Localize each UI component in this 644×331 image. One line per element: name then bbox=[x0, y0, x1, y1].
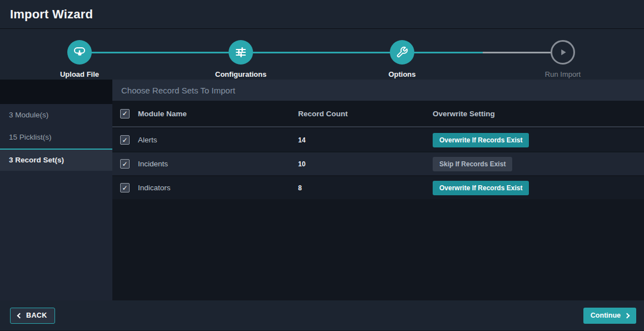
checkmark-icon: ✓ bbox=[122, 110, 127, 117]
wizard-stepper: Upload File Configurations bbox=[0, 29, 644, 80]
module-name: Indicators bbox=[138, 184, 298, 192]
step-upload-file-label: Upload File bbox=[24, 70, 135, 78]
step-options: Options bbox=[346, 29, 458, 78]
back-button[interactable]: BACK bbox=[10, 308, 55, 324]
step-configurations: Configurations bbox=[185, 29, 296, 78]
step-options-label: Options bbox=[346, 70, 458, 78]
table-row: ✓ Indicators 8 Overwrite If Records Exis… bbox=[112, 176, 644, 199]
step-configurations-circle[interactable] bbox=[229, 40, 253, 65]
step-upload-file: Upload File bbox=[24, 29, 135, 78]
section-header: Choose Record Sets To Import bbox=[112, 80, 644, 101]
chevron-right-icon bbox=[625, 313, 630, 318]
footer-bar: BACK Continue bbox=[0, 300, 644, 330]
step-run-import: Run Import bbox=[507, 29, 618, 78]
title-bar: Import Wizard bbox=[0, 0, 644, 29]
row-checkbox-cell: ✓ bbox=[112, 183, 138, 192]
sidebar-item-modules[interactable]: 3 Module(s) bbox=[0, 104, 112, 126]
page-title: Import Wizard bbox=[10, 7, 93, 22]
record-count: 14 bbox=[298, 136, 433, 144]
sidebar-item-picklists[interactable]: 15 Picklist(s) bbox=[0, 126, 112, 149]
overwrite-setting-button-indicators[interactable]: Overwrite If Records Exist bbox=[433, 181, 529, 195]
checkmark-icon: ✓ bbox=[122, 136, 127, 144]
sidebar-spacer bbox=[0, 80, 112, 104]
play-icon bbox=[557, 46, 569, 58]
column-header-record-count: Record Count bbox=[298, 110, 433, 118]
sidebar-nav: 3 Module(s) 15 Picklist(s) 3 Record Set(… bbox=[0, 104, 112, 300]
back-button-label: BACK bbox=[26, 312, 47, 319]
checkmark-icon: ✓ bbox=[122, 184, 127, 192]
row-checkbox-cell: ✓ bbox=[112, 135, 138, 145]
step-options-circle[interactable] bbox=[390, 40, 414, 65]
step-run-import-label: Run Import bbox=[507, 70, 618, 78]
step-upload-file-circle[interactable] bbox=[67, 40, 92, 65]
row-checkbox-indicators[interactable]: ✓ bbox=[120, 183, 130, 192]
module-name: Alerts bbox=[138, 136, 298, 144]
table-row: ✓ Incidents 10 Skip If Records Exist bbox=[112, 152, 644, 175]
record-sets-panel: Choose Record Sets To Import ✓ Module Na… bbox=[112, 80, 644, 300]
sliders-icon bbox=[234, 46, 247, 59]
chevron-left-icon bbox=[17, 313, 23, 318]
step-run-import-circle bbox=[551, 40, 575, 65]
column-header-module-name: Module Name bbox=[138, 110, 298, 118]
table-header-row: ✓ Module Name Record Count Overwrite Set… bbox=[112, 101, 644, 127]
table-row: ✓ Alerts 14 Overwrite If Records Exist bbox=[112, 129, 644, 151]
import-wizard-window: Import Wizard Upload File bbox=[0, 0, 644, 331]
continue-button[interactable]: Continue bbox=[583, 308, 636, 324]
overwrite-cell: Overwrite If Records Exist bbox=[433, 133, 644, 147]
record-count: 8 bbox=[298, 184, 433, 192]
checkmark-icon: ✓ bbox=[122, 160, 127, 168]
upload-click-icon bbox=[73, 46, 86, 59]
column-header-overwrite-setting: Overwrite Setting bbox=[433, 110, 644, 118]
wrench-icon bbox=[396, 46, 408, 58]
row-checkbox-incidents[interactable]: ✓ bbox=[120, 159, 130, 169]
header-checkbox-cell: ✓ bbox=[112, 109, 138, 118]
step-configurations-label: Configurations bbox=[185, 70, 296, 78]
continue-button-label: Continue bbox=[591, 312, 621, 319]
overwrite-cell: Overwrite If Records Exist bbox=[433, 181, 644, 195]
overwrite-setting-button-alerts[interactable]: Overwrite If Records Exist bbox=[433, 133, 529, 147]
section-title: Choose Record Sets To Import bbox=[121, 86, 235, 95]
sidebar: 3 Module(s) 15 Picklist(s) 3 Record Set(… bbox=[0, 80, 112, 300]
sidebar-item-record-sets[interactable]: 3 Record Set(s) bbox=[0, 149, 112, 171]
module-name: Incidents bbox=[138, 160, 298, 168]
select-all-checkbox[interactable]: ✓ bbox=[120, 109, 130, 118]
overwrite-cell: Skip If Records Exist bbox=[433, 157, 644, 171]
content-area: 3 Module(s) 15 Picklist(s) 3 Record Set(… bbox=[0, 80, 644, 300]
row-checkbox-alerts[interactable]: ✓ bbox=[120, 135, 130, 145]
overwrite-setting-button-incidents[interactable]: Skip If Records Exist bbox=[433, 157, 512, 171]
record-count: 10 bbox=[298, 160, 433, 168]
row-checkbox-cell: ✓ bbox=[112, 159, 138, 169]
